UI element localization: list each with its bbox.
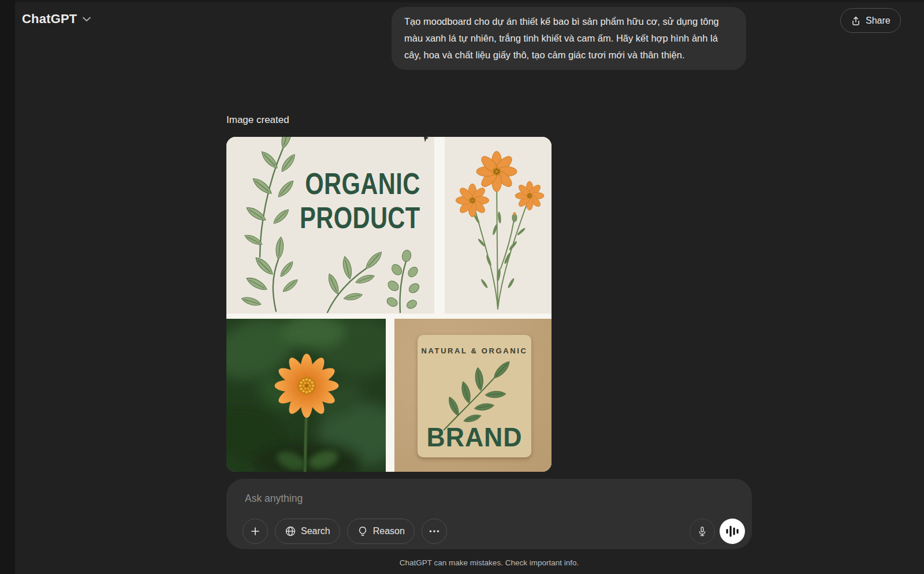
model-selector[interactable]: ChatGPT (22, 12, 91, 27)
app-title: ChatGPT (22, 12, 77, 27)
ellipsis-icon (428, 525, 441, 538)
dictate-button[interactable] (690, 519, 715, 544)
moodboard-panel-flowers (445, 137, 552, 314)
kraft-label-card: NATURAL & ORGANIC BRAND (418, 335, 531, 457)
user-message-text: Tạo moodboard cho dự án thiết kế bao bì … (404, 16, 719, 60)
composer-toolbar: Search Reason (243, 519, 447, 544)
collapsed-sidebar-edge (0, 0, 15, 574)
orange-flower-photo (226, 319, 386, 472)
moodboard-panel-brand: NATURAL & ORGANIC BRAND (394, 319, 552, 472)
disclaimer-text: ChatGPT can make mistakes. Check importa… (226, 558, 752, 567)
attach-button[interactable] (243, 519, 268, 544)
lightbulb-icon (357, 525, 368, 537)
plus-icon (249, 525, 261, 537)
user-message-bubble: Tạo moodboard cho dự án thiết kế bao bì … (392, 7, 746, 70)
globe-icon (285, 525, 296, 537)
composer[interactable]: Search Reason (226, 479, 752, 549)
brand-tagline: NATURAL & ORGANIC (418, 346, 531, 355)
chatgpt-window: ChatGPT Share Tạo moodboard cho dự án th… (0, 0, 924, 574)
brand-name: BRAND (420, 421, 528, 453)
message-input[interactable] (244, 488, 650, 509)
share-label: Share (866, 16, 891, 26)
window-top-edge (0, 0, 924, 2)
waveform-icon (725, 525, 740, 538)
organic-product-title: ORGANIC PRODUCT (300, 167, 420, 235)
more-tools-button[interactable] (422, 519, 447, 544)
composer-right-tools (690, 519, 745, 544)
share-button[interactable]: Share (840, 8, 901, 33)
reason-label: Reason (373, 526, 405, 536)
generated-image[interactable]: ORGANIC PRODUCT (226, 137, 552, 472)
organic-title-line1: ORGANIC (300, 167, 420, 201)
moodboard-panel-organic: ORGANIC PRODUCT (226, 137, 434, 314)
upload-icon (851, 16, 861, 26)
orange-flowers-illustration (445, 137, 552, 314)
image-created-label: Image created (226, 114, 289, 126)
search-label: Search (301, 526, 330, 536)
microphone-icon (696, 525, 708, 537)
chevron-down-icon (83, 17, 91, 21)
search-button[interactable]: Search (275, 519, 340, 544)
reason-button[interactable]: Reason (347, 519, 415, 544)
moodboard-panel-photo (226, 319, 386, 472)
organic-title-line2: PRODUCT (300, 201, 420, 235)
voice-mode-button[interactable] (720, 519, 745, 544)
mouse-cursor (422, 135, 429, 143)
